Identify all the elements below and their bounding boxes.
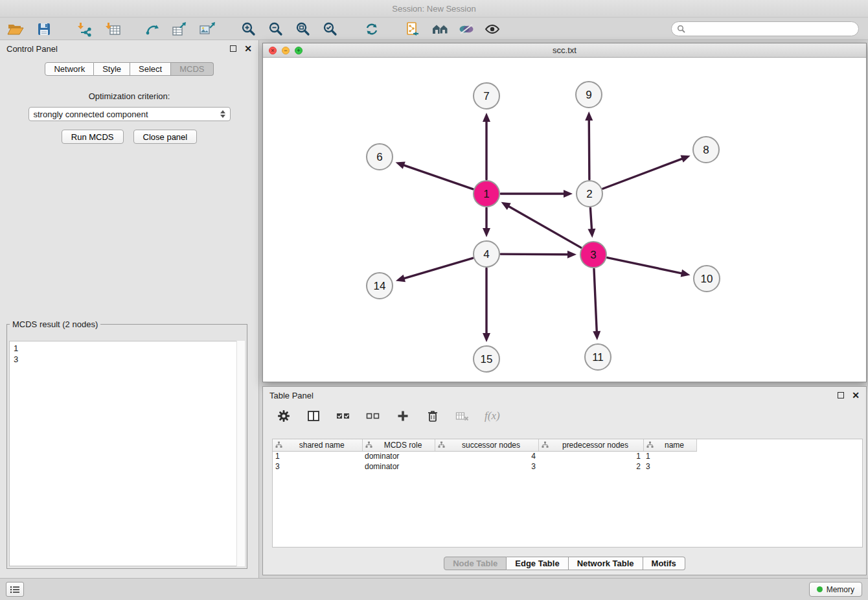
network-document-icon[interactable] xyxy=(404,20,422,38)
table-cell[interactable]: 3 xyxy=(273,461,362,472)
graph-edge[interactable] xyxy=(402,258,472,279)
tab-network-table[interactable]: Network Table xyxy=(569,557,643,570)
select-stepper-icon xyxy=(220,110,225,118)
control-panel-tabs: Network Style Select MCDS xyxy=(0,62,258,76)
tab-select[interactable]: Select xyxy=(130,62,171,76)
show-hide-icon[interactable] xyxy=(483,20,501,38)
table-cell[interactable]: dominator xyxy=(362,461,435,472)
graph-node[interactable]: 15 xyxy=(474,346,499,372)
mcds-result-fieldset: MCDS result (2 nodes) 1 3 xyxy=(6,319,247,569)
memory-button[interactable]: Memory xyxy=(809,582,862,597)
svg-text:8: 8 xyxy=(703,144,709,156)
graph-edge-arrow xyxy=(588,229,595,238)
export-image-icon[interactable] xyxy=(198,20,216,38)
export-network-icon[interactable] xyxy=(144,20,162,38)
table-cell[interactable]: 2 xyxy=(538,461,643,472)
run-mcds-button[interactable]: Run MCDS xyxy=(62,130,124,144)
float-table-panel-icon[interactable] xyxy=(838,392,844,398)
network-window-title: scc.txt xyxy=(553,45,577,55)
mcds-result-list[interactable]: 1 3 xyxy=(9,341,245,566)
column-header-name[interactable]: name xyxy=(643,439,696,451)
graph-svg[interactable]: 7968124314101511 xyxy=(263,58,866,382)
graph-node[interactable]: 2 xyxy=(577,181,602,207)
mcds-result-item[interactable]: 3 xyxy=(14,354,240,365)
window-minimize-icon[interactable]: − xyxy=(282,47,290,54)
table-settings-gear-icon[interactable] xyxy=(276,408,291,424)
network-window-titlebar[interactable]: × − + scc.txt xyxy=(263,43,866,58)
graph-node[interactable]: 8 xyxy=(693,137,719,163)
export-table-icon[interactable] xyxy=(171,20,189,38)
refresh-icon[interactable] xyxy=(363,20,381,38)
column-header-shared-name[interactable]: shared name xyxy=(273,439,362,451)
graph-node[interactable]: 14 xyxy=(367,273,393,299)
column-sort-icon xyxy=(646,441,654,450)
zoom-out-icon[interactable] xyxy=(267,20,285,38)
float-panel-icon[interactable] xyxy=(230,45,236,52)
close-panel-icon[interactable]: ✕ xyxy=(244,45,252,52)
graph-edge[interactable] xyxy=(590,208,591,231)
result-scrollbar[interactable] xyxy=(236,341,245,566)
tab-network[interactable]: Network xyxy=(45,62,94,76)
window-close-icon[interactable]: × xyxy=(269,47,277,54)
column-header-mcds-role[interactable]: MCDS role xyxy=(362,439,435,451)
table-cell[interactable]: 4 xyxy=(435,451,538,461)
graph-edge[interactable] xyxy=(501,254,569,255)
home-networks-icon[interactable] xyxy=(431,20,450,38)
graph-edge[interactable] xyxy=(589,119,589,179)
window-zoom-icon[interactable]: + xyxy=(295,47,303,54)
close-panel-button[interactable]: Close panel xyxy=(133,130,198,144)
table-cell[interactable]: 3 xyxy=(435,461,538,472)
graph-node[interactable]: 10 xyxy=(694,266,720,292)
graph-node[interactable]: 6 xyxy=(367,144,393,170)
task-history-button[interactable] xyxy=(6,582,24,597)
graph-node[interactable]: 4 xyxy=(474,241,499,267)
search-box[interactable] xyxy=(671,21,859,36)
open-session-icon[interactable] xyxy=(6,20,25,38)
graph-node[interactable]: 1 xyxy=(474,181,499,207)
search-input[interactable] xyxy=(689,24,853,34)
table-row[interactable]: 1 dominator 4 1 1 xyxy=(273,451,696,461)
zoom-selected-icon[interactable] xyxy=(321,20,339,38)
select-all-columns-icon[interactable] xyxy=(336,408,351,424)
graph-edge[interactable] xyxy=(594,269,597,333)
optimization-criterion-select[interactable]: strongly connected component xyxy=(29,107,231,121)
delete-column-icon[interactable] xyxy=(425,408,440,424)
tab-style[interactable]: Style xyxy=(94,62,130,76)
column-header-successor-nodes[interactable]: successor nodes xyxy=(435,439,538,451)
tab-mcds[interactable]: MCDS xyxy=(171,62,213,76)
show-columns-icon[interactable] xyxy=(306,408,321,424)
table-cell[interactable]: dominator xyxy=(362,451,435,461)
import-table-icon[interactable] xyxy=(104,20,122,38)
graph-edge[interactable] xyxy=(603,158,684,189)
import-network-icon[interactable] xyxy=(75,20,93,38)
tab-node-table[interactable]: Node Table xyxy=(444,557,507,570)
table-cell[interactable]: 1 xyxy=(643,451,696,461)
zoom-in-icon[interactable] xyxy=(240,20,258,38)
table-cell[interactable]: 1 xyxy=(273,451,362,461)
graph-node[interactable]: 3 xyxy=(580,242,606,268)
table-cell[interactable]: 1 xyxy=(538,451,643,461)
graph-node[interactable]: 11 xyxy=(585,344,611,370)
network-canvas[interactable]: 7968124314101511 xyxy=(263,58,866,382)
column-header-predecessor-nodes[interactable]: predecessor nodes xyxy=(538,439,643,451)
table-cell[interactable]: 3 xyxy=(643,461,696,472)
graph-edge[interactable] xyxy=(402,165,473,189)
control-panel-header: Control Panel ✕ xyxy=(0,40,258,57)
close-table-panel-icon[interactable]: ✕ xyxy=(852,392,860,398)
tab-motifs[interactable]: Motifs xyxy=(643,557,685,570)
graph-node[interactable]: 9 xyxy=(576,82,602,108)
mcds-result-item[interactable]: 1 xyxy=(14,343,240,354)
save-session-icon[interactable] xyxy=(35,20,53,38)
zoom-fit-icon[interactable] xyxy=(294,20,312,38)
table-row[interactable]: 3 dominator 3 2 3 xyxy=(273,461,696,472)
graph-edge[interactable] xyxy=(507,205,581,248)
optimization-criterion-label: Optimization criterion: xyxy=(0,91,258,101)
create-column-icon[interactable] xyxy=(395,408,411,424)
selected-criterion: strongly connected component xyxy=(34,110,220,119)
svg-text:1: 1 xyxy=(483,188,489,200)
graph-edge[interactable] xyxy=(608,258,683,274)
graph-node[interactable]: 7 xyxy=(474,83,499,109)
deselect-all-columns-icon[interactable] xyxy=(365,408,381,424)
style-lens-icon[interactable] xyxy=(457,20,475,38)
tab-edge-table[interactable]: Edge Table xyxy=(507,557,568,570)
